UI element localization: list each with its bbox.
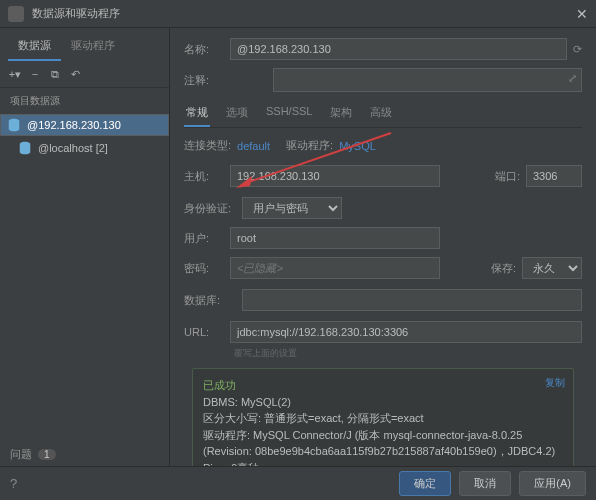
port-input[interactable]: [526, 165, 582, 187]
datasource-item[interactable]: @localhost [2]: [0, 136, 169, 160]
section-label: 项目数据源: [0, 88, 169, 114]
mysql-icon: [7, 118, 21, 132]
app-icon: [8, 6, 24, 22]
auth-select[interactable]: 用户与密码: [242, 197, 342, 219]
port-label: 端口:: [495, 169, 520, 184]
db-input[interactable]: [242, 289, 582, 311]
tab-datasources[interactable]: 数据源: [8, 32, 61, 61]
tab-advanced[interactable]: 高级: [368, 100, 394, 127]
copy-link[interactable]: 复制: [545, 375, 565, 390]
user-label: 用户:: [184, 231, 224, 246]
driver-label: 驱动程序:: [286, 138, 333, 153]
pass-label: 密码:: [184, 261, 224, 276]
conn-type-label: 连接类型:: [184, 138, 231, 153]
tab-schema[interactable]: 架构: [328, 100, 354, 127]
db-label: 数据库:: [184, 293, 236, 308]
mysql-icon: [18, 141, 32, 155]
auth-label: 身份验证:: [184, 201, 236, 216]
note-input[interactable]: ⤢: [273, 68, 582, 92]
problems-label: 问题: [10, 447, 32, 462]
datasource-label: @192.168.230.130: [27, 119, 121, 131]
driver-link[interactable]: MySQL: [339, 140, 376, 152]
problems-count: 1: [38, 449, 56, 460]
pass-input[interactable]: [230, 257, 440, 279]
result-line: 驱动程序: MySQL Connector/J (版本 mysql-connec…: [203, 427, 563, 460]
ok-button[interactable]: 确定: [399, 471, 451, 496]
test-result: 复制 已成功 DBMS: MySQL(2) 区分大小写: 普通形式=exact,…: [192, 368, 574, 470]
copy-button[interactable]: ⧉: [46, 65, 64, 83]
remove-button[interactable]: −: [26, 65, 44, 83]
url-input[interactable]: [230, 321, 582, 343]
save-label: 保存:: [491, 261, 516, 276]
result-line: 区分大小写: 普通形式=exact, 分隔形式=exact: [203, 410, 563, 427]
save-select[interactable]: 永久: [522, 257, 582, 279]
reset-icon[interactable]: ⟳: [573, 43, 582, 56]
name-input[interactable]: [230, 38, 567, 60]
expand-icon[interactable]: ⤢: [568, 72, 577, 85]
datasource-item[interactable]: @192.168.230.130: [0, 114, 169, 136]
url-hint: 覆写上面的设置: [234, 347, 582, 360]
add-button[interactable]: +▾: [6, 65, 24, 83]
name-label: 名称:: [184, 42, 224, 57]
apply-button[interactable]: 应用(A): [519, 471, 586, 496]
tab-options[interactable]: 选项: [224, 100, 250, 127]
help-icon[interactable]: ?: [10, 476, 17, 491]
result-success: 已成功: [203, 377, 563, 394]
note-label: 注释:: [184, 73, 221, 88]
tab-general[interactable]: 常规: [184, 100, 210, 127]
datasource-label: @localhost [2]: [38, 142, 108, 154]
close-icon[interactable]: ✕: [576, 6, 588, 22]
host-label: 主机:: [184, 169, 224, 184]
result-line: DBMS: MySQL(2): [203, 394, 563, 411]
tab-drivers[interactable]: 驱动程序: [61, 32, 125, 61]
user-input[interactable]: [230, 227, 440, 249]
url-label: URL:: [184, 326, 224, 338]
undo-button[interactable]: ↶: [66, 65, 84, 83]
tab-ssh[interactable]: SSH/SSL: [264, 100, 314, 127]
host-input[interactable]: [230, 165, 440, 187]
window-title: 数据源和驱动程序: [32, 6, 576, 21]
cancel-button[interactable]: 取消: [459, 471, 511, 496]
conn-type-link[interactable]: default: [237, 140, 270, 152]
